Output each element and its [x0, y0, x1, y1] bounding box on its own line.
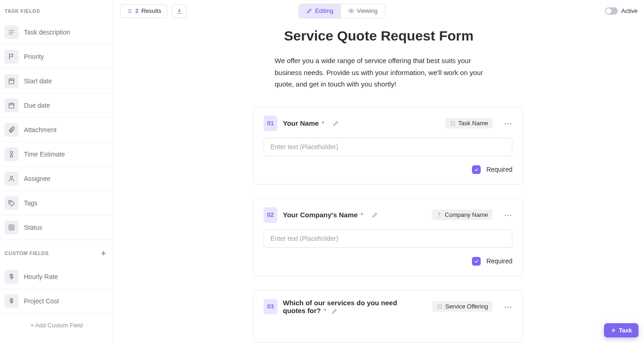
- download-icon: [176, 8, 183, 14]
- sidebar-item-label: Attachment: [24, 126, 57, 134]
- add-custom-field-link[interactable]: + Add Custom Field: [0, 314, 113, 337]
- active-toggle[interactable]: [605, 7, 618, 15]
- question-label: Your Name *: [283, 119, 324, 127]
- form-header: Service Quote Request Form: [114, 22, 644, 44]
- question-card-1: 01 Your Name * Task Name ⋯ Required: [253, 107, 523, 185]
- edit-icon[interactable]: [333, 120, 339, 127]
- active-toggle-label: Active: [621, 7, 638, 14]
- required-label: Required: [486, 166, 512, 173]
- question-label: Which of our services do you need quotes…: [283, 299, 416, 314]
- svg-point-2: [10, 176, 12, 179]
- question-card-3: 03 Which of our services do you need quo…: [253, 290, 523, 343]
- answer-input[interactable]: [264, 229, 512, 248]
- topbar: 2 Results Editing Viewing Active: [114, 0, 644, 22]
- field-chip[interactable]: Company Name: [432, 209, 493, 220]
- sidebar-item-due-date[interactable]: Due date: [0, 93, 113, 118]
- question-number: 01: [264, 116, 277, 131]
- form-description: We offer you a wide range of service off…: [275, 55, 500, 90]
- answer-input[interactable]: [264, 138, 512, 156]
- required-label: Required: [486, 257, 512, 265]
- results-count: 2: [135, 7, 138, 14]
- user-icon: [5, 172, 18, 186]
- edit-icon[interactable]: [331, 308, 338, 314]
- form-canvas: Service Quote Request Form We offer you …: [114, 22, 644, 343]
- svg-rect-0: [9, 79, 14, 84]
- add-custom-field-icon[interactable]: [98, 248, 109, 258]
- results-button[interactable]: 2 Results: [120, 4, 167, 18]
- mode-segmented-control: Editing Viewing: [299, 4, 385, 18]
- question-number: 02: [264, 207, 277, 223]
- download-button[interactable]: [172, 4, 187, 18]
- section-title-custom-fields: CUSTOM FIELDS: [0, 240, 113, 265]
- sidebar: TASK FIELDS Task description Priority St…: [0, 0, 114, 343]
- tag-icon: [5, 196, 18, 210]
- sidebar-item-hourly-rate[interactable]: Hourly Rate: [0, 265, 113, 289]
- svg-point-6: [351, 10, 352, 12]
- sidebar-item-label: Start date: [24, 77, 52, 85]
- hourglass-icon: [5, 147, 18, 161]
- sidebar-item-time-estimate[interactable]: Time Estimate: [0, 142, 113, 167]
- sidebar-item-label: Time Estimate: [24, 151, 65, 158]
- sidebar-item-label: Hourly Rate: [24, 273, 58, 280]
- pencil-icon: [306, 8, 312, 14]
- sidebar-item-priority[interactable]: Priority: [0, 45, 113, 69]
- more-icon[interactable]: ⋯: [504, 118, 512, 128]
- sidebar-item-label: Priority: [24, 53, 44, 60]
- more-icon[interactable]: ⋯: [504, 302, 512, 312]
- field-chip[interactable]: Task Name: [445, 118, 493, 128]
- sidebar-item-label: Task description: [24, 29, 70, 36]
- svg-rect-8: [438, 305, 442, 308]
- sidebar-item-label: Due date: [24, 102, 50, 109]
- svg-rect-7: [451, 122, 454, 125]
- sidebar-item-project-cost[interactable]: Project Cost: [0, 289, 113, 314]
- sidebar-item-assignee[interactable]: Assignee: [0, 167, 113, 191]
- sidebar-item-label: Project Cost: [24, 297, 59, 305]
- svg-rect-5: [11, 227, 12, 228]
- sidebar-item-tags[interactable]: Tags: [0, 191, 113, 215]
- flag-icon: [5, 50, 18, 64]
- question-label: Your Company's Name *: [283, 211, 363, 219]
- results-label: Results: [141, 7, 161, 14]
- dropdown-icon: [437, 304, 443, 309]
- eye-icon: [348, 8, 354, 14]
- list-icon: [126, 8, 132, 14]
- task-icon: [450, 121, 455, 126]
- question-card-2: 02 Your Company's Name * Company Name ⋯ …: [253, 198, 523, 276]
- svg-rect-4: [9, 225, 14, 230]
- sidebar-item-label: Assignee: [24, 175, 51, 182]
- text-icon: [437, 212, 442, 218]
- dollar-icon: [5, 270, 18, 284]
- sidebar-item-label: Tags: [24, 199, 38, 207]
- calendar-icon: [5, 99, 18, 112]
- sidebar-item-label: Status: [24, 224, 42, 231]
- sidebar-item-attachment[interactable]: Attachment: [0, 118, 113, 142]
- required-checkbox[interactable]: [472, 165, 481, 174]
- question-number: 03: [264, 299, 277, 314]
- sidebar-item-task-description[interactable]: Task description: [0, 20, 113, 45]
- section-title-task-fields: TASK FIELDS: [0, 0, 113, 20]
- more-icon[interactable]: ⋯: [504, 210, 512, 220]
- new-task-button[interactable]: Task: [604, 323, 638, 337]
- mode-editing[interactable]: Editing: [299, 4, 341, 18]
- form-title: Service Quote Request Form: [114, 28, 644, 44]
- field-chip[interactable]: Service Offering: [432, 301, 493, 312]
- main: 2 Results Editing Viewing Active Service…: [114, 0, 644, 343]
- dollar-icon: [5, 294, 18, 308]
- lines-icon: [5, 25, 18, 39]
- mode-viewing[interactable]: Viewing: [341, 4, 385, 18]
- svg-rect-1: [9, 103, 14, 108]
- sidebar-item-start-date[interactable]: Start date: [0, 69, 113, 93]
- edit-icon[interactable]: [372, 212, 378, 218]
- required-checkbox[interactable]: [472, 257, 481, 266]
- svg-point-3: [10, 202, 11, 203]
- sidebar-item-status[interactable]: Status: [0, 215, 113, 240]
- calendar-icon: [5, 74, 18, 88]
- active-toggle-group: Active: [605, 7, 638, 15]
- clip-icon: [5, 123, 18, 137]
- plus-icon: [610, 327, 616, 333]
- status-icon: [5, 221, 18, 234]
